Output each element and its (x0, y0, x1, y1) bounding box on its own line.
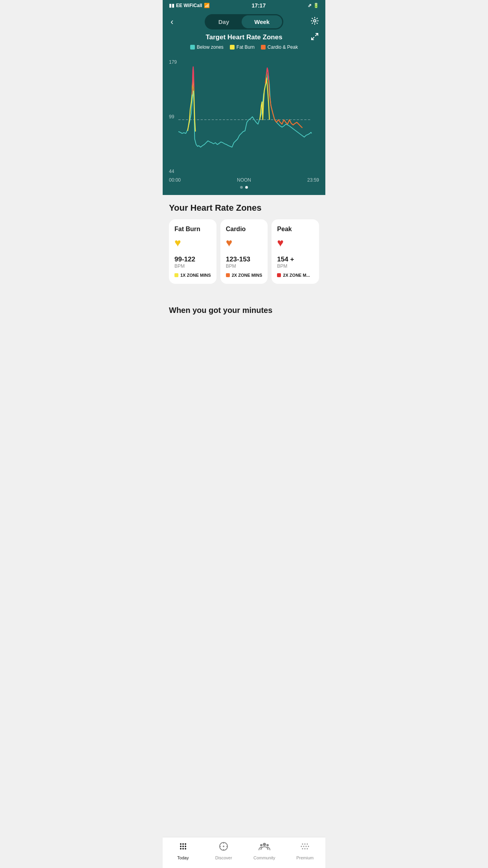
legend-dot-fat-burn (230, 45, 235, 50)
week-toggle[interactable]: Week (242, 15, 282, 28)
cardio-heart-icon: ♥ (226, 237, 262, 249)
gear-icon (310, 17, 319, 25)
heart-rate-zones-section: Your Heart Rate Zones Fat Burn ♥ 99-122 … (163, 195, 325, 300)
day-week-toggle: Day Week (205, 14, 283, 29)
carrier-name: EE WiFiCall (176, 3, 202, 8)
status-time: 17:17 (251, 2, 266, 9)
page-dot-2[interactable] (245, 186, 248, 189)
chart-x-labels: 00:00 NOON 23:59 (169, 177, 319, 183)
cardio-unit: BPM (226, 263, 262, 269)
x-label-start: 00:00 (169, 177, 181, 183)
wifi-icon: 📶 (204, 3, 210, 8)
chart-container: 179 99 44 00:00 NOON 23:59 (163, 58, 325, 195)
back-button[interactable]: ‹ (169, 15, 175, 29)
chart-wrap: 179 99 44 (169, 58, 319, 176)
legend-below-zones: Below zones (190, 44, 224, 50)
day-toggle[interactable]: Day (206, 15, 242, 28)
chart-title: Target Heart Rate Zones (205, 33, 282, 41)
peak-range: 154 + (277, 256, 314, 263)
fat-burn-unit: BPM (174, 263, 211, 269)
peak-mins: 2X ZONE M... (277, 273, 314, 278)
chart-title-row: Target Heart Rate Zones (169, 33, 319, 41)
status-bar: ▮▮ EE WiFiCall 📶 17:17 ⇗ 🔋 (163, 0, 325, 11)
cardio-mins-dot (226, 273, 230, 277)
expand-icon (310, 32, 319, 41)
status-right: ⇗ 🔋 (308, 3, 319, 8)
status-left: ▮▮ EE WiFiCall 📶 (169, 3, 210, 8)
cardio-name: Cardio (226, 226, 262, 233)
x-label-end: 23:59 (307, 177, 319, 183)
peak-heart-icon: ♥ (277, 237, 314, 249)
x-label-noon: NOON (237, 177, 251, 183)
heart-rate-chart (169, 58, 319, 176)
svg-point-0 (314, 20, 316, 22)
when-section: When you got your minutes (163, 300, 325, 315)
signal-icon: ▮▮ (169, 3, 174, 8)
battery-icon: 🔋 (313, 3, 319, 8)
peak-card: Peak ♥ 154 + BPM 2X ZONE M... (272, 219, 319, 284)
peak-unit: BPM (277, 263, 314, 269)
settings-button[interactable] (310, 17, 319, 27)
peak-mins-dot (277, 273, 281, 277)
fat-burn-heart-icon: ♥ (174, 237, 211, 249)
fat-burn-range: 99-122 (174, 256, 211, 263)
location-icon: ⇗ (308, 3, 312, 8)
section-title: Your Heart Rate Zones (169, 203, 319, 213)
when-title: When you got your minutes (169, 306, 319, 315)
legend-cardio-peak: Cardio & Peak (261, 44, 298, 50)
header: ‹ Day Week Target Heart Rate Zones Below… (163, 11, 325, 58)
cardio-range: 123-153 (226, 256, 262, 263)
legend-dot-below (190, 45, 195, 50)
fat-burn-name: Fat Burn (174, 226, 211, 233)
peak-name: Peak (277, 226, 314, 233)
expand-button[interactable] (310, 32, 319, 43)
legend-dot-cardio (261, 45, 266, 50)
legend-fat-burn: Fat Burn (230, 44, 255, 50)
page-dot-1[interactable] (240, 186, 243, 189)
cardio-mins: 2X ZONE MINS (226, 273, 262, 278)
legend: Below zones Fat Burn Cardio & Peak (190, 44, 298, 50)
zones-grid: Fat Burn ♥ 99-122 BPM 1X ZONE MINS Cardi… (169, 219, 319, 284)
fat-burn-card: Fat Burn ♥ 99-122 BPM 1X ZONE MINS (169, 219, 216, 284)
pagination-dots (169, 186, 319, 189)
cardio-card: Cardio ♥ 123-153 BPM 2X ZONE MINS (220, 219, 268, 284)
header-nav: ‹ Day Week (169, 14, 319, 29)
fat-burn-mins-dot (174, 273, 178, 277)
fat-burn-mins: 1X ZONE MINS (174, 273, 211, 278)
